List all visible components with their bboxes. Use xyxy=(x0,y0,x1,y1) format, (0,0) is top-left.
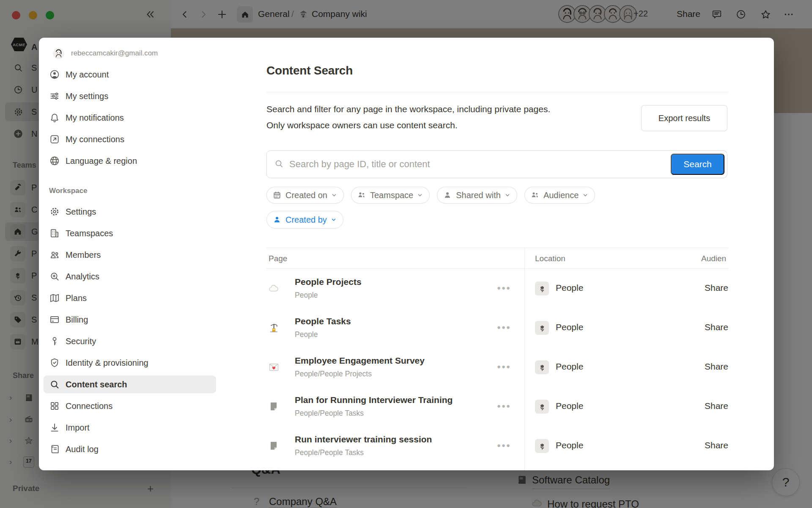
app-window: General / Company wiki +22 Share xyxy=(0,0,812,508)
nav-item-members[interactable]: Members xyxy=(44,246,216,264)
content-search-panel: Content Search Search and filter for any… xyxy=(266,38,774,470)
teamspace-flower-icon xyxy=(535,282,549,295)
page-description: Search and filter for any page in the wo… xyxy=(266,101,550,133)
teamspace-flower-icon xyxy=(535,439,549,453)
chevron-down-icon xyxy=(505,192,510,198)
table-row[interactable]: Run interviewer training session People/… xyxy=(266,426,728,466)
chevron-down-icon xyxy=(331,192,337,198)
nav-item-my-account[interactable]: My account xyxy=(44,66,216,83)
search-icon xyxy=(274,159,284,170)
page-title: Content Search xyxy=(266,64,353,77)
workspace-section-header: Workspace xyxy=(49,185,221,197)
account-email: rebeccamcakir@gmail.com xyxy=(71,49,158,58)
page-icon xyxy=(267,439,280,452)
row-menu-icon[interactable]: ●●● xyxy=(497,323,511,331)
love-letter-icon xyxy=(267,361,280,373)
row-menu-icon[interactable]: ●●● xyxy=(497,363,511,370)
chevron-down-icon xyxy=(331,217,337,223)
nav-item-content-search[interactable]: Content search xyxy=(44,375,216,393)
chevron-down-icon xyxy=(417,192,423,198)
row-menu-icon[interactable]: ●●● xyxy=(497,442,511,449)
nav-item-my-notifications[interactable]: My notifications xyxy=(44,109,216,127)
settings-nav: rebeccamcakir@gmail.com My account My se… xyxy=(39,38,221,470)
filter-created-by[interactable]: Created by xyxy=(266,211,343,229)
nav-item-audit-log[interactable]: Audit log xyxy=(44,440,216,458)
teamspace-flower-icon xyxy=(535,321,549,335)
account-row: rebeccamcakir@gmail.com xyxy=(39,44,221,62)
column-header-audience[interactable]: Audien xyxy=(701,254,728,263)
nav-item-teamspaces[interactable]: Teamspaces xyxy=(44,224,216,242)
filter-audience[interactable]: Audience xyxy=(524,187,595,204)
nav-item-identity-provisioning[interactable]: Identity & provisioning xyxy=(44,354,216,372)
filter-chip-row: Created on Teamspace Shared with Audienc… xyxy=(266,187,595,204)
row-menu-icon[interactable]: ●●● xyxy=(497,284,511,291)
column-header-location[interactable]: Location xyxy=(535,254,565,263)
nav-item-import[interactable]: Import xyxy=(44,419,216,436)
filter-teamspace[interactable]: Teamspace xyxy=(351,187,430,204)
nav-item-plans[interactable]: Plans xyxy=(44,289,216,307)
crane-icon xyxy=(267,321,280,334)
nav-item-language-region[interactable]: Language & region xyxy=(44,152,216,170)
nav-item-settings[interactable]: Settings xyxy=(44,203,216,221)
teamspace-flower-icon xyxy=(535,360,549,374)
table-row[interactable]: Plan for Running Interviewer Training Pe… xyxy=(266,387,728,426)
nav-item-my-connections[interactable]: My connections xyxy=(44,130,216,148)
search-input[interactable]: Search by page ID, title or content xyxy=(289,159,671,170)
export-results-button[interactable]: Export results xyxy=(641,105,727,131)
table-header: Page Location Audien xyxy=(266,248,728,269)
table-row[interactable]: People Projects People ●●● People Share xyxy=(266,269,728,308)
cloud-icon xyxy=(267,282,280,295)
nav-item-my-settings[interactable]: My settings xyxy=(44,87,216,105)
settings-modal: rebeccamcakir@gmail.com My account My se… xyxy=(39,38,774,470)
row-menu-icon[interactable]: ●●● xyxy=(497,402,511,409)
filter-chip-row-2: Created by xyxy=(266,211,343,229)
table-row[interactable]: Employee Engagement Survey People/People… xyxy=(266,348,728,387)
nav-item-billing[interactable]: Billing xyxy=(44,311,216,329)
column-header-page[interactable]: Page xyxy=(269,254,287,263)
results-table: Page Location Audien People Projects Peo… xyxy=(266,248,728,466)
table-row[interactable]: People Tasks People ●●● People Share xyxy=(266,308,728,348)
search-button[interactable]: Search xyxy=(671,154,724,175)
nav-item-connections[interactable]: Connections xyxy=(44,397,216,415)
chevron-down-icon xyxy=(582,192,588,198)
filter-shared-with[interactable]: Shared with xyxy=(437,187,517,204)
divider xyxy=(266,92,728,92)
page-icon xyxy=(267,400,280,413)
nav-item-security[interactable]: Security xyxy=(44,332,216,350)
teamspace-flower-icon xyxy=(535,400,549,414)
filter-created-on[interactable]: Created on xyxy=(266,187,344,204)
content-search-bar[interactable]: Search by page ID, title or content Sear… xyxy=(266,150,727,178)
nav-item-analytics[interactable]: Analytics xyxy=(44,268,216,285)
user-avatar xyxy=(53,48,64,59)
